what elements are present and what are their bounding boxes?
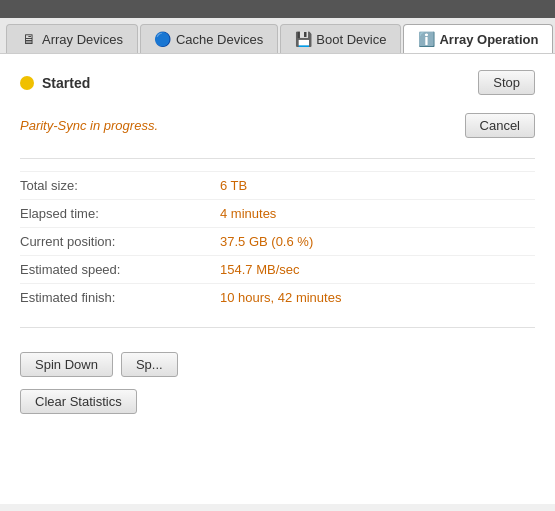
tab-array-devices[interactable]: 🖥 Array Devices <box>6 24 138 53</box>
label-estimated-speed: Estimated speed: <box>20 262 220 277</box>
value-total-size: 6 TB <box>220 178 247 193</box>
label-total-size: Total size: <box>20 178 220 193</box>
spin-buttons-row: Spin Down Sp... <box>20 352 535 377</box>
info-row-elapsed-time: Elapsed time: 4 minutes <box>20 199 535 227</box>
main-content: Started Stop Parity-Sync in progress. Ca… <box>0 54 555 504</box>
info-row-current-position: Current position: 37.5 GB (0.6 %) <box>20 227 535 255</box>
tab-boot-device-label: Boot Device <box>316 32 386 47</box>
tab-array-operation[interactable]: ℹ️ Array Operation <box>403 24 553 53</box>
divider-2 <box>20 327 535 328</box>
tab-array-operation-label: Array Operation <box>439 32 538 47</box>
clear-statistics-button[interactable]: Clear Statistics <box>20 389 137 414</box>
cancel-button[interactable]: Cancel <box>465 113 535 138</box>
value-estimated-finish: 10 hours, 42 minutes <box>220 290 341 305</box>
spin-down-button[interactable]: Spin Down <box>20 352 113 377</box>
tab-cache-devices-label: Cache Devices <box>176 32 263 47</box>
tab-bar: 🖥 Array Devices 🔵 Cache Devices 💾 Boot D… <box>0 18 555 54</box>
status-dot <box>20 76 34 90</box>
stop-button[interactable]: Stop <box>478 70 535 95</box>
divider-1 <box>20 158 535 159</box>
label-elapsed-time: Elapsed time: <box>20 206 220 221</box>
tab-array-devices-label: Array Devices <box>42 32 123 47</box>
info-section: Total size: 6 TB Elapsed time: 4 minutes… <box>20 171 535 311</box>
value-elapsed-time: 4 minutes <box>220 206 276 221</box>
array-devices-icon: 🖥 <box>21 31 37 47</box>
parity-sync-text: Parity-Sync in progress. <box>20 118 158 133</box>
status-left: Started <box>20 75 90 91</box>
top-bar <box>0 0 555 18</box>
value-current-position: 37.5 GB (0.6 %) <box>220 234 313 249</box>
clear-stats-row: Clear Statistics <box>20 389 535 414</box>
label-estimated-finish: Estimated finish: <box>20 290 220 305</box>
tab-boot-device[interactable]: 💾 Boot Device <box>280 24 401 53</box>
info-row-estimated-speed: Estimated speed: 154.7 MB/sec <box>20 255 535 283</box>
tab-cache-devices[interactable]: 🔵 Cache Devices <box>140 24 278 53</box>
info-row-total-size: Total size: 6 TB <box>20 171 535 199</box>
parity-sync-row: Parity-Sync in progress. Cancel <box>20 113 535 138</box>
cache-devices-icon: 🔵 <box>155 31 171 47</box>
label-current-position: Current position: <box>20 234 220 249</box>
status-row: Started Stop <box>20 70 535 95</box>
boot-device-icon: 💾 <box>295 31 311 47</box>
spin-up-button[interactable]: Sp... <box>121 352 178 377</box>
status-text: Started <box>42 75 90 91</box>
value-estimated-speed: 154.7 MB/sec <box>220 262 300 277</box>
array-operation-icon: ℹ️ <box>418 31 434 47</box>
info-row-estimated-finish: Estimated finish: 10 hours, 42 minutes <box>20 283 535 311</box>
